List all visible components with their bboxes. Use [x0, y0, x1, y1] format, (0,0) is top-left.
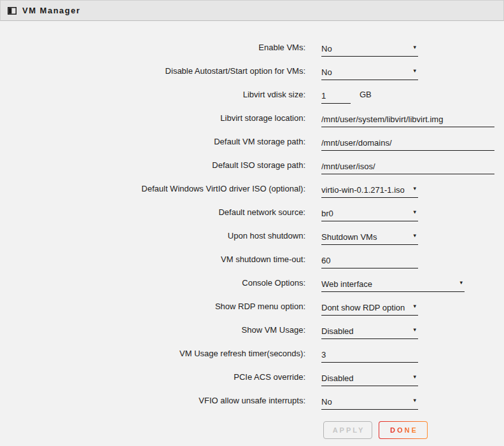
shutdown-timeout-input[interactable] — [321, 255, 418, 266]
form-row-vm-storage-path: Default VM storage path: — [0, 137, 504, 151]
form-row-console-options: Console Options: Web interface ▾ — [0, 278, 504, 292]
form-row-enable-vms: Enable VMs: No ▾ — [0, 43, 504, 57]
form-row-vm-usage: Show VM Usage: Disabled ▾ — [0, 325, 504, 339]
form-buttons: APPLY DONE — [323, 421, 504, 439]
libvirt-location-field[interactable] — [321, 113, 494, 127]
form-row-libvirt-location: Libvirt storage location: — [0, 113, 504, 127]
console-options-select[interactable]: Web interface — [321, 279, 465, 289]
field-label: Disable Autostart/Start option for VMs: — [0, 66, 305, 76]
vdisk-size-unit: GB — [360, 90, 372, 100]
virtio-iso-field[interactable]: virtio-win-0.1.271-1.iso ▾ — [321, 184, 418, 198]
vm-usage-field[interactable]: Disabled ▾ — [321, 325, 418, 339]
form-row-virtio-iso: Default Windows VirtIO driver ISO (optio… — [0, 184, 504, 198]
vdisk-size-input[interactable] — [321, 90, 351, 101]
field-label: VM Usage refresh timer(seconds): — [0, 349, 305, 359]
field-label: PCIe ACS override: — [0, 372, 305, 382]
field-label: Show RDP menu option: — [0, 302, 305, 312]
vm-storage-path-field[interactable] — [321, 137, 494, 151]
done-button[interactable]: DONE — [379, 421, 428, 439]
host-shutdown-field[interactable]: Shutdown VMs ▾ — [321, 231, 418, 245]
field-label: VFIO allow unsafe interrupts: — [0, 396, 305, 406]
field-label: Default Windows VirtIO driver ISO (optio… — [0, 184, 305, 194]
field-label: Enable VMs: — [0, 43, 305, 53]
form-row-disable-autostart: Disable Autostart/Start option for VMs: … — [0, 66, 504, 80]
field-label: Libvirt storage location: — [0, 113, 305, 123]
field-label: Libvirt vdisk size: — [0, 90, 305, 100]
enable-vms-field[interactable]: No ▾ — [321, 43, 418, 57]
form-row-vfio-interrupts: VFIO allow unsafe interrupts: No ▾ — [0, 396, 504, 410]
vm-storage-path-input[interactable] — [321, 137, 494, 148]
field-label: Default network source: — [0, 207, 305, 218]
iso-storage-path-field[interactable] — [321, 160, 494, 174]
done-button-label: DONE — [388, 426, 418, 434]
field-label: Console Options: — [0, 278, 305, 288]
enable-vms-select[interactable]: No — [321, 43, 418, 54]
vm-usage-select[interactable]: Disabled — [321, 326, 418, 337]
page-title: VM Manager — [22, 6, 81, 15]
libvirt-location-input[interactable] — [321, 114, 494, 125]
network-source-select[interactable]: br0 — [321, 208, 418, 219]
vfio-interrupts-field[interactable]: No ▾ — [321, 396, 418, 410]
form-row-network-source: Default network source: br0 ▾ — [0, 207, 504, 221]
disable-autostart-select[interactable]: No — [321, 67, 418, 78]
vfio-interrupts-select[interactable]: No — [321, 396, 418, 407]
vm-manager-form: Enable VMs: No ▾ Disable Autostart/Start… — [0, 21, 504, 439]
field-label: Default VM storage path: — [0, 137, 305, 147]
form-row-usage-refresh: VM Usage refresh timer(seconds): — [0, 349, 504, 363]
console-options-field[interactable]: Web interface ▾ — [321, 278, 465, 292]
form-row-host-shutdown: Upon host shutdown: Shutdown VMs ▾ — [0, 231, 504, 245]
pcie-acs-select[interactable]: Disabled — [321, 373, 418, 384]
virtio-iso-select[interactable]: virtio-win-0.1.271-1.iso — [321, 185, 418, 195]
vdisk-size-field[interactable] — [321, 90, 351, 104]
usage-refresh-input[interactable] — [321, 349, 418, 360]
rdp-menu-select[interactable]: Dont show RDP option — [321, 302, 418, 313]
rdp-menu-field[interactable]: Dont show RDP option ▾ — [321, 302, 418, 316]
field-label: Show VM Usage: — [0, 325, 305, 335]
form-row-rdp-menu: Show RDP menu option: Dont show RDP opti… — [0, 302, 504, 316]
form-row-shutdown-timeout: VM shutdown time-out: — [0, 254, 504, 268]
field-label: Default ISO storage path: — [0, 160, 305, 171]
disable-autostart-field[interactable]: No ▾ — [321, 66, 418, 80]
network-source-field[interactable]: br0 ▾ — [321, 207, 418, 221]
usage-refresh-field[interactable] — [321, 349, 418, 363]
iso-storage-path-input[interactable] — [321, 161, 494, 172]
host-shutdown-select[interactable]: Shutdown VMs — [321, 232, 418, 242]
form-row-vdisk-size: Libvirt vdisk size: GB — [0, 90, 504, 104]
apply-button[interactable]: APPLY — [323, 421, 372, 439]
pcie-acs-field[interactable]: Disabled ▾ — [321, 372, 418, 386]
columns-icon — [8, 7, 17, 15]
titlebar: VM Manager — [0, 0, 504, 21]
field-label: VM shutdown time-out: — [0, 254, 305, 265]
form-row-pcie-acs: PCIe ACS override: Disabled ▾ — [0, 372, 504, 386]
field-label: Upon host shutdown: — [0, 231, 305, 241]
form-row-iso-storage-path: Default ISO storage path: — [0, 160, 504, 174]
shutdown-timeout-field[interactable] — [321, 254, 418, 268]
